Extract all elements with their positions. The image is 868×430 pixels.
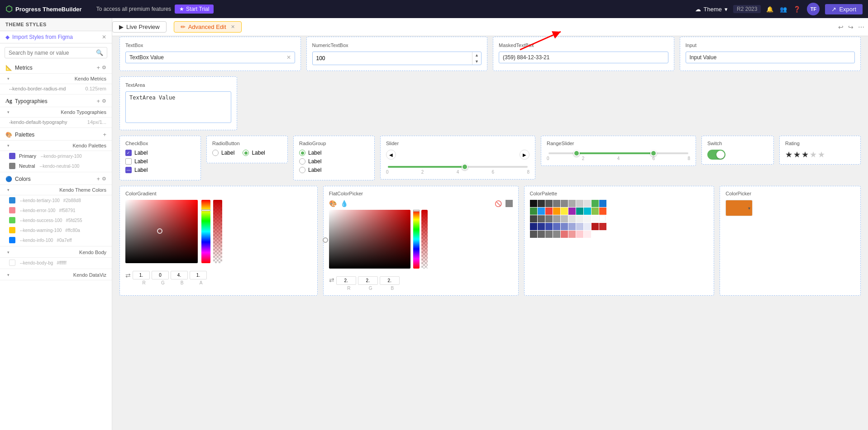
close-icon[interactable]: ✕ <box>102 34 106 40</box>
swatch-red-dark[interactable] <box>591 223 599 230</box>
help-icon[interactable]: ❓ <box>793 6 801 13</box>
slider-left-arrow[interactable]: ◀ <box>386 150 396 160</box>
swatch-offwhite[interactable] <box>584 200 591 207</box>
star-1[interactable]: ★ <box>785 150 792 160</box>
slider-right-arrow[interactable]: ▶ <box>520 150 529 160</box>
swatch-darkgray[interactable] <box>538 200 545 207</box>
kendo-theme-colors-header[interactable]: ▾ Kendo Theme Colors <box>0 185 112 195</box>
swatch-red-light2[interactable] <box>568 231 576 238</box>
undo-icon[interactable]: ↩ <box>838 24 844 31</box>
swatch-indigo-dark[interactable] <box>530 223 537 230</box>
swatch-deeporange[interactable] <box>599 208 606 215</box>
swatch-gray-mid[interactable] <box>530 231 537 238</box>
flat-r-input[interactable] <box>336 276 356 285</box>
textarea-field[interactable]: TextArea Value <box>125 91 231 123</box>
close-advanced-icon[interactable]: ✕ <box>231 24 235 30</box>
rg-row-1[interactable]: Label <box>299 150 369 156</box>
masked-field[interactable]: (359) 884-12-33-21 <box>499 52 668 63</box>
swatch-gray4[interactable] <box>545 215 553 222</box>
kendo-typographies-header[interactable]: ▾ Kendo Typographies <box>0 107 112 118</box>
swatch-red[interactable] <box>545 208 553 215</box>
dropper-icon[interactable]: 💧 <box>340 200 348 207</box>
decrement-icon[interactable]: ▼ <box>472 58 481 65</box>
swatch-green[interactable] <box>591 200 599 207</box>
swatch-lightgray[interactable] <box>568 200 576 207</box>
palette-icon[interactable]: 🎨 <box>329 200 337 207</box>
border-radius-row[interactable]: --kendo-border-radius-md 0.125rem <box>0 84 112 93</box>
flat-g-input[interactable] <box>358 276 378 285</box>
swatch-teal[interactable] <box>576 208 583 215</box>
checkbox-3[interactable]: — <box>125 167 132 173</box>
gear-color-icon[interactable]: ⚙ <box>102 176 106 182</box>
flat-b-input[interactable] <box>380 276 400 285</box>
swatch-red-light[interactable] <box>561 231 568 238</box>
swatch-gray2[interactable] <box>561 200 568 207</box>
swatch-red2[interactable] <box>599 223 606 230</box>
swatch-darkgreen[interactable] <box>530 208 537 215</box>
swatch-gray10[interactable] <box>591 215 599 222</box>
gear-icon[interactable]: ⚙ <box>102 65 106 71</box>
grad-b-input[interactable] <box>171 271 188 279</box>
add-color-icon[interactable]: + <box>96 175 100 182</box>
swatch-cyan[interactable] <box>584 208 591 215</box>
swatch-gray6[interactable] <box>561 215 568 222</box>
kendo-body-header[interactable]: ▾ Kendo Body <box>0 247 112 258</box>
swatch-gray3[interactable] <box>538 215 545 222</box>
sidebar-item-colors[interactable]: 🔵 Colors + ⚙ <box>0 173 112 185</box>
neutral-palette-item[interactable]: Neutral --kendo-neutral-100 <box>0 161 112 171</box>
checkbox-1[interactable]: ✓ <box>125 150 132 156</box>
color-picker-preview[interactable]: ▾ <box>725 200 753 216</box>
add-icon[interactable]: + <box>96 64 100 71</box>
flat-swap-icon[interactable]: ⇄ <box>329 276 334 285</box>
hue-bar[interactable] <box>201 200 210 263</box>
rg-radio-1[interactable] <box>299 150 305 156</box>
add-palette-icon[interactable]: + <box>103 131 106 138</box>
slider-thumb[interactable] <box>462 164 468 170</box>
more-icon[interactable]: ⋯ <box>858 24 864 31</box>
swatch-gray8[interactable] <box>576 215 583 222</box>
swatch-red-lightest[interactable] <box>584 231 591 238</box>
no-color-icon[interactable]: 🚫 <box>495 200 502 207</box>
grad-a-input[interactable] <box>190 271 207 279</box>
swatch-blue2[interactable] <box>538 208 545 215</box>
switch-toggle[interactable] <box>707 150 725 160</box>
alpha-bar[interactable] <box>213 200 222 263</box>
swatch-purple[interactable] <box>568 208 576 215</box>
gradient-swap-icon[interactable]: ⇄ <box>125 272 131 279</box>
flat-hue-thumb[interactable] <box>413 210 420 212</box>
checkbox-row-1[interactable]: ✓ Label <box>125 150 195 156</box>
increment-icon[interactable]: ▲ <box>472 52 481 58</box>
swatch-indigo2[interactable] <box>545 223 553 230</box>
kendo-dataviz-header[interactable]: ▾ Kendo DataViz <box>0 270 112 280</box>
search-box[interactable]: 🔍 <box>5 47 107 58</box>
swatch-gray7[interactable] <box>568 215 576 222</box>
flat-alpha-bar[interactable] <box>421 210 428 269</box>
swatch-orange[interactable] <box>553 208 560 215</box>
swatch-gray[interactable] <box>545 200 553 207</box>
range-slider-track[interactable] <box>548 152 688 154</box>
swatch-silver[interactable] <box>576 200 583 207</box>
swatch-indigo3[interactable] <box>553 223 560 230</box>
swatch-indigo6[interactable] <box>576 223 583 230</box>
trial-button[interactable]: ★ Start Trial <box>175 5 214 14</box>
search-input[interactable] <box>9 50 96 56</box>
swatch-indigo7[interactable] <box>584 223 591 230</box>
warning-color-item[interactable]: --kendo-warning-100 #ffc80a <box>0 225 112 235</box>
export-button[interactable]: ↗ Export <box>825 4 863 14</box>
clear-icon[interactable]: ✕ <box>286 54 291 61</box>
users-icon[interactable]: 👥 <box>780 6 787 13</box>
success-color-item[interactable]: --kendo-success-100 #5fd255 <box>0 215 112 225</box>
live-preview-button[interactable]: ▶ Live Preview <box>112 21 167 33</box>
swatch-gray-mid4[interactable] <box>553 231 560 238</box>
advanced-edit-button[interactable]: ✏ Advanced Edit ✕ <box>174 21 242 33</box>
default-typography-row[interactable]: -kendo-default-typography 14px/1... <box>0 118 112 127</box>
info-color-item[interactable]: --kendo-info-100 #0a7eff <box>0 235 112 245</box>
primary-palette-item[interactable]: Primary --kendo-primary-100 <box>0 151 112 161</box>
tertiary-color-item[interactable]: --kendo-tertiary-100 #2b88d8 <box>0 195 112 205</box>
checkbox-row-3[interactable]: — Label <box>125 167 195 173</box>
kendo-metrics-header[interactable]: ▾ Kendo Metrics <box>0 74 112 84</box>
redo-icon[interactable]: ↪ <box>848 24 854 31</box>
star-3[interactable]: ★ <box>801 150 809 160</box>
range-thumb-right[interactable] <box>650 150 657 156</box>
color-picker-arrow-icon[interactable]: ▾ <box>748 206 750 211</box>
